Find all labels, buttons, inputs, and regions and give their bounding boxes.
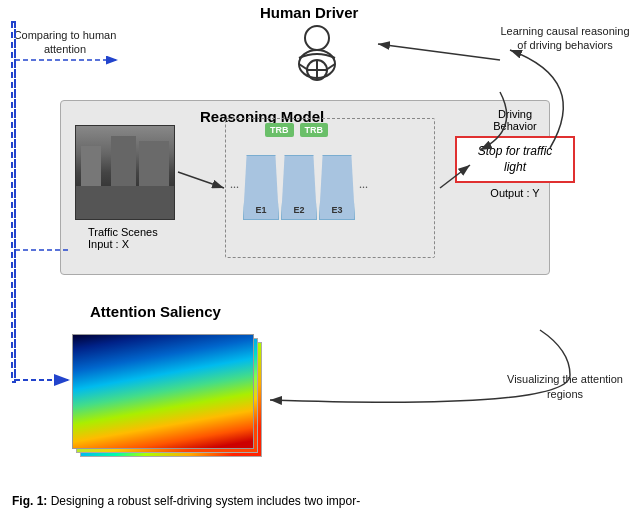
encoder-block-e2: E2 [281, 155, 317, 220]
encoder-dots-left: ··· [230, 180, 239, 195]
svg-rect-12 [12, 22, 15, 382]
trb-row: TRB TRB [265, 123, 328, 137]
encoder-block-e3: E3 [319, 155, 355, 220]
driving-behavior-area: DrivingBehavior Stop for traffic light O… [455, 108, 575, 199]
traffic-scene-label: Traffic Scenes Input : X [88, 226, 158, 250]
driving-behavior-label: DrivingBehavior [455, 108, 575, 132]
heatmap-front [72, 334, 254, 449]
encoder-blocks: ··· E1 E2 E3 ··· [230, 155, 368, 220]
left-annotation: Comparing to human attention [10, 28, 120, 57]
attention-saliency-stack [72, 334, 262, 454]
human-driver-label: Human Driver [260, 4, 358, 21]
human-driver-icon [282, 22, 352, 92]
right-annotation-bottom: Visualizing the attention regions [500, 372, 630, 401]
stop-box: Stop for traffic light [455, 136, 575, 183]
caption-text: Designing a robust self-driving system i… [51, 494, 360, 508]
caption-fig-label: Fig. 1: [12, 494, 47, 508]
attention-saliency-title: Attention Saliency [90, 303, 221, 320]
output-label: Output : Y [455, 187, 575, 199]
trb-box-2: TRB [300, 123, 329, 137]
right-annotation-top: Learning causal reasoning of driving beh… [500, 24, 630, 53]
encoder-block-e1: E1 [243, 155, 279, 220]
encoder-dots-right: ··· [359, 180, 368, 195]
svg-line-9 [378, 44, 500, 60]
trb-box-1: TRB [265, 123, 294, 137]
figure-caption: Fig. 1: Designing a robust self-driving … [12, 493, 628, 510]
traffic-scene-image [75, 125, 175, 220]
svg-point-0 [305, 26, 329, 50]
diagram-container: Human Driver Comparing to human attentio… [0, 0, 640, 516]
